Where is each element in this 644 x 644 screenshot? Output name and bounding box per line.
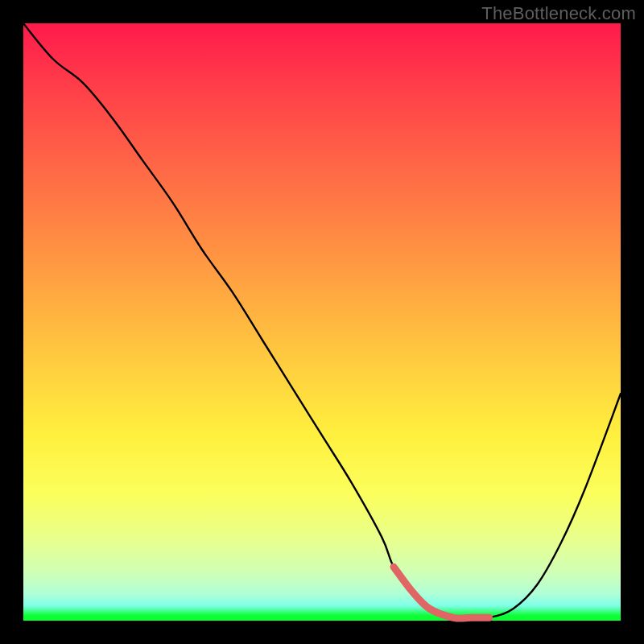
accent-segment-path: [394, 567, 489, 618]
bottleneck-curve-path: [23, 23, 621, 618]
curve-svg: [23, 23, 621, 621]
plot-area: [23, 23, 621, 621]
chart-frame: TheBottleneck.com: [0, 0, 644, 644]
watermark-text: TheBottleneck.com: [481, 3, 636, 24]
